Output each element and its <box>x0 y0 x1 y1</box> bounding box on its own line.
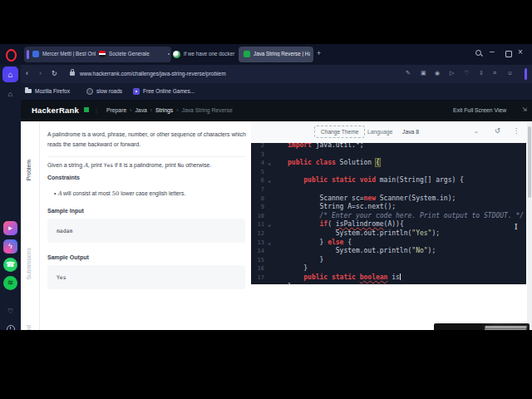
code-line[interactable]: 16 } <box>251 264 526 273</box>
code-text: String A=sc.next(); <box>288 203 396 212</box>
code-line[interactable]: 6⌄ public static void main(String[] args… <box>251 176 526 185</box>
tab-search-icon[interactable] <box>475 50 481 56</box>
breadcrumb-prepare[interactable]: Prepare <box>106 107 126 113</box>
tab-favicon-societe-generale <box>99 51 106 57</box>
sample-output-title: Sample Output <box>47 254 89 260</box>
line-number: 8 <box>251 195 264 204</box>
favorites-heart-icon[interactable]: ♡ <box>0 308 21 315</box>
fold-chevron-icon[interactable]: ⌄ <box>268 220 276 229</box>
tab-hackerrank-active[interactable]: Java String Reverse | Hack... <box>239 47 313 62</box>
bookmark-slow-roads[interactable]: slow roads <box>96 88 122 94</box>
code-lines: 2import java.util.*;34⌄public class Solu… <box>251 143 526 284</box>
code-text: System.out.println("No"); <box>288 247 436 256</box>
line-number: 6 <box>251 176 264 185</box>
tab-problem[interactable]: Problem <box>26 160 32 180</box>
bookmark-heart-icon[interactable]: ♡ <box>464 70 469 76</box>
fold-chevron-icon[interactable]: ⌄ <box>268 239 276 248</box>
code-line[interactable]: 7 <box>251 185 526 195</box>
code-line[interactable]: 8 Scanner sc=new Scanner(System.in); <box>251 195 526 204</box>
download-icon[interactable]: ⇩ <box>479 70 484 76</box>
tab-favicon-docker-question <box>173 51 180 58</box>
chevron-down-icon[interactable]: ⌄ <box>474 128 479 135</box>
breadcrumb-java[interactable]: Java <box>135 107 146 113</box>
change-theme-button[interactable]: Change Theme <box>314 126 365 138</box>
opera-sidebar: ⌂ ⌂ ▸ ϟ ☎ ≋ ♡ ⋯ <box>0 65 21 330</box>
reload-icon[interactable]: ↻ <box>52 69 57 78</box>
tab-leaderboard[interactable]: Leaderboard <box>26 325 32 330</box>
page-scrollbar-thumb[interactable] <box>528 126 531 198</box>
bookmarks-bar: Mozilla Firefox slow roads Free Online G… <box>0 83 532 100</box>
code-line[interactable]: 3 <box>251 150 526 160</box>
fold-chevron-icon[interactable]: ⌄ <box>268 159 276 168</box>
line-number: 11 <box>251 220 264 229</box>
messenger-icon[interactable]: ϟ <box>3 239 17 254</box>
account-icon[interactable]: ☺ <box>507 70 513 76</box>
line-number: 17 <box>251 273 264 283</box>
tab-mettl[interactable]: Mercer Mettl | Best Online... <box>42 51 96 57</box>
code-line[interactable]: 4⌄public class Solution { <box>251 159 526 168</box>
pinned-app-icon[interactable]: ▸ <box>3 221 17 235</box>
share-icon[interactable]: ✎ <box>406 70 411 76</box>
problem-description: A palindrome is a word, phrase, number, … <box>47 130 247 150</box>
hackerrank-logo[interactable]: HackerRank <box>32 106 79 115</box>
page-scrollbar[interactable] <box>527 123 532 330</box>
reset-code-icon[interactable]: ↺ <box>495 127 500 135</box>
tab-favicon-mettl <box>32 51 39 57</box>
editor-menu-kebab-icon[interactable]: ⋮ <box>513 127 520 135</box>
history-clock-icon[interactable] <box>7 325 15 330</box>
code-line[interactable]: 2import java.util.*; <box>251 143 526 150</box>
spotify-icon[interactable]: ≋ <box>3 276 17 290</box>
home-icon[interactable]: ⌂ <box>0 90 21 98</box>
code-line[interactable]: 15 } <box>251 256 526 265</box>
maximize-button[interactable] <box>505 51 512 57</box>
bookmark-mozilla-firefox[interactable]: Mozilla Firefox <box>35 88 70 94</box>
sidebar-home-button[interactable]: ⌂ <box>2 66 18 82</box>
sample-output-value: Yes <box>57 274 66 281</box>
code-line[interactable]: 14 System.out.println("No"); <box>251 247 526 256</box>
code-text: } <box>288 283 292 285</box>
language-select[interactable]: Java 8 <box>402 129 477 135</box>
games-icon <box>133 88 140 95</box>
whatsapp-icon[interactable]: ☎ <box>3 258 17 272</box>
code-line[interactable]: 11⌄ if( isPalindrome(A)){ <box>251 220 526 229</box>
code-editor[interactable]: 2import java.util.*;34⌄public class Solu… <box>251 143 526 284</box>
shield-icon[interactable]: ◉ <box>435 70 440 76</box>
sidebar-panel-icon[interactable]: ▷ <box>450 70 454 76</box>
code-line[interactable]: 5 <box>251 168 526 177</box>
breadcrumb-separator-icon: › <box>173 107 181 113</box>
forward-icon[interactable]: › <box>39 69 42 78</box>
code-text: public class Solution { <box>288 159 380 168</box>
tab-docker-question[interactable]: if we have one docker im... <box>184 51 235 57</box>
tab-favicon-hackerrank <box>244 51 250 57</box>
line-number: 16 <box>251 264 264 273</box>
back-icon[interactable]: ‹ <box>26 69 28 78</box>
bookmark-free-online-games[interactable]: Free Online Games... <box>143 88 195 94</box>
close-button[interactable]: × <box>518 48 523 57</box>
line-number: 2 <box>251 143 264 150</box>
code-line[interactable]: 9 String A=sc.next(); <box>251 203 526 212</box>
breadcrumb: Prepare›Java›Strings›Java String Reverse <box>106 107 233 113</box>
code-line[interactable]: 10 /* Enter your code here. Print output… <box>251 212 526 221</box>
code-line[interactable]: 12 System.out.println("Yes"); <box>251 229 526 239</box>
tab-societe-generale[interactable]: Societe Generale <box>109 51 167 57</box>
exit-fullscreen-button[interactable]: Exit Full Screen View <box>453 107 506 113</box>
list-icon[interactable]: ≡ <box>493 70 496 76</box>
code-text: if( isPalindrome(A)){ <box>288 220 404 229</box>
code-line[interactable]: 13⌄ } else { <box>251 239 526 248</box>
tab-submissions[interactable]: Submissions <box>26 248 32 280</box>
url-toolbar: ‹ › ↻ www.hackerrank.com/challenges/java… <box>0 65 532 83</box>
address-bar[interactable]: www.hackerrank.com/challenges/java-strin… <box>80 71 226 76</box>
code-line[interactable]: 18} <box>251 283 526 285</box>
sidebar-accent-bar <box>525 68 527 80</box>
webcam-video-overlay <box>434 323 530 330</box>
code-line[interactable]: 17 public static boolean is <box>251 273 526 283</box>
minimize-button[interactable]: – <box>490 47 495 56</box>
new-tab-button[interactable]: + <box>317 49 321 57</box>
line-number: 5 <box>251 168 264 177</box>
screenshot-icon[interactable]: ▣ <box>421 70 426 76</box>
fold-chevron-icon[interactable]: ⌄ <box>268 176 276 185</box>
breadcrumb-strings[interactable]: Strings <box>155 107 173 113</box>
opera-logo-icon[interactable] <box>6 49 17 62</box>
exit-fullscreen-icon[interactable]: ⇲ <box>522 106 527 113</box>
workspace-indicator <box>27 50 29 59</box>
